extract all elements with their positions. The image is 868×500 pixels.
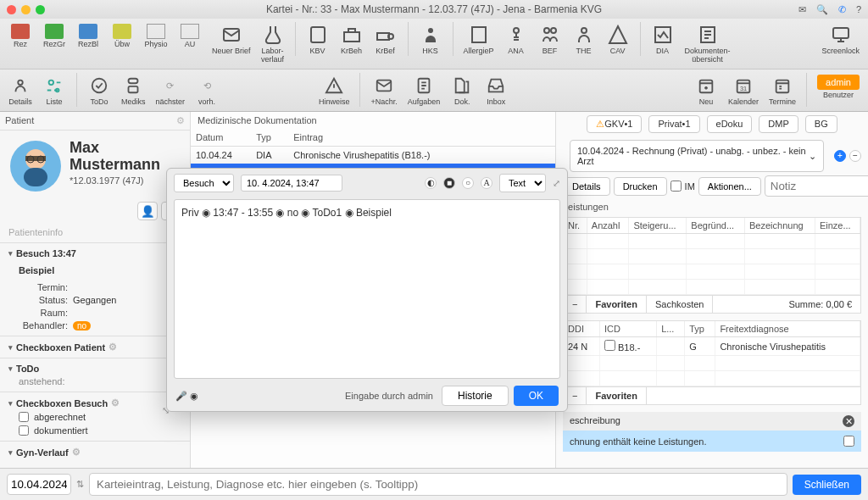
- tb2-details[interactable]: Details: [5, 73, 36, 108]
- tb-rez[interactable]: Rez: [5, 22, 36, 50]
- entry-type-select[interactable]: Besuch: [174, 174, 234, 192]
- tb2-hinweise[interactable]: Hinweise: [315, 73, 353, 108]
- tb-neuerbrief[interactable]: Neuer Brief: [209, 22, 254, 57]
- person-button[interactable]: 👤: [137, 202, 158, 220]
- tb-ana[interactable]: ANA: [501, 22, 531, 57]
- leistungen-grid[interactable]: Nr.AnzahlSteigeru...Begründ...Bezeichnun…: [563, 217, 861, 314]
- tb2-kalender[interactable]: 31Kalender: [725, 73, 762, 108]
- help-icon[interactable]: ?: [856, 4, 861, 15]
- tb-au[interactable]: AU: [175, 22, 205, 50]
- section-cb-patient[interactable]: Checkboxen Patient⚙: [8, 342, 181, 353]
- tb-kbv[interactable]: KBV: [303, 22, 333, 57]
- tb2-neu[interactable]: Neu: [691, 73, 721, 108]
- svg-point-10: [581, 28, 587, 33]
- tb-allergiep[interactable]: AllergieP: [460, 22, 498, 57]
- tb2-nachr[interactable]: +Nachr.: [367, 73, 400, 108]
- tb-krbef[interactable]: KrBef: [370, 22, 401, 57]
- tb2-dok[interactable]: Dok.: [447, 73, 477, 108]
- tab-edoku[interactable]: eDoku: [707, 115, 753, 133]
- tab-favoriten2[interactable]: Favoriten: [587, 387, 647, 404]
- svg-point-7: [514, 28, 519, 33]
- section-besuch[interactable]: Besuch 13:47: [8, 248, 181, 258]
- tb2-todo[interactable]: ToDo: [84, 73, 114, 108]
- tb-bef[interactable]: BEF: [535, 22, 565, 57]
- remove-invoice-button[interactable]: −: [849, 150, 861, 162]
- tb2-inbox[interactable]: Inbox: [481, 73, 511, 108]
- mic-icon[interactable]: 🎤: [175, 391, 187, 401]
- tab-gkv[interactable]: ⚠GKV•1: [587, 115, 642, 133]
- tab-privat[interactable]: Privat•1: [648, 115, 699, 133]
- tb2-liste[interactable]: Liste: [39, 73, 70, 108]
- expand-icon[interactable]: ⤢: [553, 178, 560, 189]
- aktionen-button[interactable]: Aktionen...: [698, 177, 761, 196]
- close-window-icon[interactable]: [7, 5, 16, 14]
- tab-favoriten[interactable]: Favoriten: [587, 296, 647, 313]
- gear-icon[interactable]: ⚙: [111, 397, 120, 408]
- tb2-termine[interactable]: Termine: [765, 73, 799, 108]
- schliessen-button[interactable]: Schließen: [793, 475, 861, 495]
- diagnose-grid[interactable]: DDIICDL...TypFreitextdiagnose 24 N B18.-…: [563, 320, 861, 405]
- ov-icon1[interactable]: ◐: [425, 177, 437, 189]
- tb2-aufgaben[interactable]: Aufgaben: [404, 73, 444, 108]
- tab-sachkosten[interactable]: Sachkosten: [647, 296, 713, 313]
- cb-dokumentiert[interactable]: [19, 425, 29, 436]
- gear-icon[interactable]: ⚙: [108, 342, 117, 353]
- invoice-header[interactable]: 10.04.2024 - Rechnung (Privat) - unabg. …: [570, 140, 824, 172]
- im-checkbox[interactable]: [670, 181, 682, 192]
- cb-abgerechnet[interactable]: [19, 412, 29, 422]
- tb2-vorh[interactable]: ⟲vorh.: [192, 73, 222, 108]
- entry-date-input[interactable]: [241, 175, 342, 192]
- desc-checkbox[interactable]: [843, 436, 854, 447]
- search-icon[interactable]: 🔍: [816, 4, 828, 15]
- font-icon[interactable]: A: [481, 177, 492, 189]
- tb-rezgr[interactable]: RezGr: [39, 22, 70, 50]
- patienteninfo-label: Patienteninfo: [0, 227, 190, 242]
- tb-dia[interactable]: DIA: [648, 22, 678, 57]
- text-mode-select[interactable]: Text: [499, 174, 546, 192]
- tab-bg[interactable]: BG: [805, 115, 837, 133]
- ok-button[interactable]: OK: [514, 386, 559, 406]
- tb2-admin[interactable]: adminBenutzer: [814, 73, 863, 101]
- tb-doku[interactable]: Dokumenten- übersicht: [682, 22, 734, 65]
- phone-icon[interactable]: ✆: [838, 4, 846, 15]
- tb-screenlock[interactable]: Screenlock: [818, 22, 863, 57]
- icd-checkbox[interactable]: [604, 340, 615, 351]
- svg-rect-13: [833, 28, 849, 38]
- gear-icon[interactable]: ⚙: [176, 115, 185, 126]
- tb-krbeh[interactable]: KrBeh: [337, 22, 367, 57]
- section-gyn[interactable]: Gyn-Verlauf⚙: [8, 447, 181, 458]
- tb-hks[interactable]: HKS: [415, 22, 446, 57]
- minimize-window-icon[interactable]: [21, 5, 31, 14]
- entry-textarea[interactable]: Priv ◉ 13:47 - 13:55 ◉ no ◉ ToDo1 ◉ Beis…: [174, 199, 560, 379]
- gear-icon[interactable]: ⚙: [72, 447, 81, 458]
- mail-icon[interactable]: ✉︎: [798, 4, 806, 15]
- entry-date-field[interactable]: [7, 474, 71, 495]
- main-entry-input[interactable]: [89, 473, 787, 496]
- tb-laborverlauf[interactable]: Labor- verlauf: [258, 22, 288, 65]
- resize-handle-icon[interactable]: ⤡: [162, 405, 170, 416]
- add-invoice-button[interactable]: +: [834, 150, 846, 162]
- details-button[interactable]: Details: [563, 177, 610, 196]
- tb-uebw[interactable]: Übw: [107, 22, 137, 50]
- historie-button[interactable]: Historie: [442, 386, 509, 406]
- table-row[interactable]: 10.04.24DIAChronische Virushepatitis (B1…: [191, 147, 555, 164]
- svg-rect-6: [472, 27, 486, 42]
- ov-icon3[interactable]: ○: [462, 177, 474, 189]
- tb-physio[interactable]: Physio: [141, 22, 171, 50]
- tb2-naechster[interactable]: ⟳nächster: [153, 73, 189, 108]
- svg-rect-2: [344, 32, 359, 42]
- drucken-button[interactable]: Drucken: [614, 177, 667, 196]
- tb-cav[interactable]: CAV: [603, 22, 633, 57]
- ov-icon2[interactable]: ■: [443, 177, 455, 189]
- tab-dmp[interactable]: DMP: [759, 115, 798, 133]
- tb-the[interactable]: THE: [569, 22, 599, 57]
- maximize-window-icon[interactable]: [36, 5, 45, 14]
- siri-icon[interactable]: ◉: [190, 391, 198, 401]
- tb-rezbl[interactable]: RezBl: [73, 22, 103, 50]
- close-icon[interactable]: ✕: [843, 415, 854, 427]
- tb2-mediks[interactable]: Mediks: [118, 73, 149, 108]
- section-todo[interactable]: ToDo: [8, 364, 181, 374]
- stepper-icon[interactable]: ⇅: [76, 479, 84, 490]
- notiz-input[interactable]: [765, 175, 868, 197]
- section-cb-besuch[interactable]: Checkboxen Besuch⚙: [8, 397, 181, 408]
